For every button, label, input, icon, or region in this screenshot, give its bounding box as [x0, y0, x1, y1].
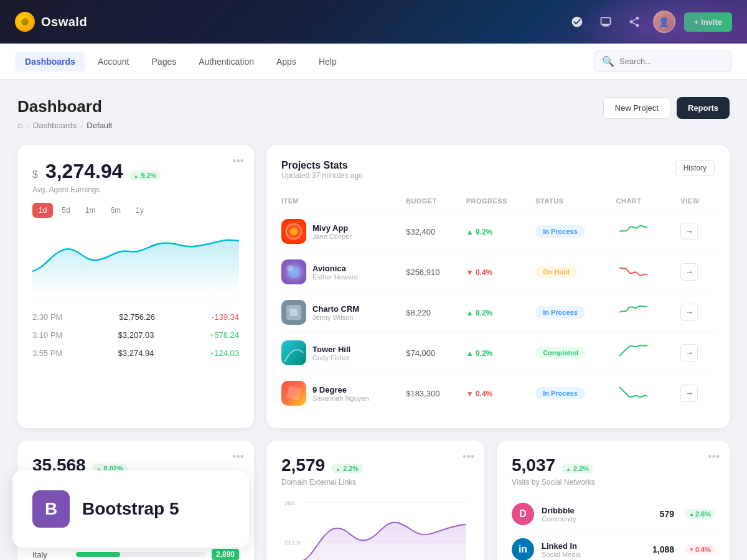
topbar: Oswald 👤 + Invite [0, 0, 747, 44]
project-item-cell: Tower Hill Cody Fisher [281, 333, 398, 373]
social-more-icon[interactable]: ••• [708, 450, 720, 464]
reports-button[interactable]: Reports [677, 97, 730, 119]
view-arrow-button[interactable]: → [680, 223, 698, 240]
svg-rect-8 [290, 309, 298, 316]
social-count: 579 [660, 509, 674, 519]
filter-1y[interactable]: 1y [129, 203, 150, 218]
social-row: in Linked In Social Media 1,088 ▼0.4% [512, 532, 715, 560]
bootstrap-watermark: B Bootstrap 5 [12, 470, 249, 548]
col-budget: BUDGET [398, 194, 459, 212]
projects-header: Projects Stats Updated 37 minutes ago Hi… [281, 160, 715, 190]
earnings-card: ••• $ 3,274.94 9.2% Avg. Agent Earnings … [17, 145, 254, 428]
new-project-button[interactable]: New Project [603, 97, 670, 119]
project-owner: Jenny Wilson [312, 314, 359, 321]
project-owner: Savannah Nguyen [312, 394, 369, 402]
social-amount-row: 5,037 2.2% [512, 455, 715, 475]
projects-stats-card: Projects Stats Updated 37 minutes ago Hi… [266, 145, 730, 428]
table-row: 9 Degree Savannah Nguyen $183,300 ▼ 0.4%… [281, 373, 715, 414]
project-name: Charto CRM [312, 304, 359, 314]
monitor-icon[interactable] [596, 12, 616, 32]
invite-button[interactable]: + Invite [684, 12, 732, 32]
project-chart-cell [609, 212, 674, 252]
project-name: Tower Hill [312, 345, 350, 354]
page-title-area: Dashboard ⌂ › Dashboards › Default [17, 97, 112, 130]
project-thumb [281, 340, 306, 365]
status-pill: In Process [535, 225, 585, 238]
social-type: Social Media [542, 551, 645, 558]
mask-icon[interactable] [567, 12, 587, 32]
social-platform-icon: in [512, 538, 534, 560]
project-name: Avionica [312, 264, 358, 273]
view-arrow-button[interactable]: → [680, 263, 698, 281]
view-arrow-button[interactable]: → [680, 344, 698, 362]
share-icon[interactable] [624, 12, 644, 32]
social-info: Dribbble Community [542, 506, 652, 523]
filter-1m[interactable]: 1m [79, 203, 102, 218]
domain-more-icon[interactable]: ••• [463, 450, 474, 464]
search-input[interactable] [619, 57, 724, 66]
filter-6m[interactable]: 6m [104, 203, 127, 218]
nav-items: Dashboards Account Pages Authentication … [15, 52, 347, 72]
time-filters: 1d 5d 1m 6m 1y [32, 203, 239, 218]
social-change-badge: ▲2.6% [685, 509, 715, 519]
project-progress: ▼ 0.4% [459, 373, 528, 414]
earnings-chart [32, 228, 239, 290]
topbar-icons: 👤 + Invite [567, 11, 732, 33]
nav-item-help[interactable]: Help [309, 52, 347, 72]
social-info: Linked In Social Media [542, 541, 645, 558]
svg-text:250: 250 [284, 500, 295, 506]
sessions-more-icon[interactable]: ••• [232, 450, 244, 464]
project-chart-cell [609, 252, 674, 292]
project-item-cell: 9 Degree Savannah Nguyen [281, 373, 398, 414]
nav-item-dashboards[interactable]: Dashboards [15, 52, 85, 72]
nav-item-authentication[interactable]: Authentication [189, 52, 264, 72]
view-arrow-button[interactable]: → [680, 304, 698, 321]
home-icon: ⌂ [17, 120, 22, 130]
nav-item-pages[interactable]: Pages [142, 52, 187, 72]
projects-subtitle: Updated 37 minutes ago [281, 171, 363, 180]
nav-item-apps[interactable]: Apps [266, 52, 306, 72]
header-actions: New Project Reports [603, 97, 730, 119]
filter-1d[interactable]: 1d [32, 203, 53, 218]
domain-chart: 250 212.5 [281, 497, 469, 560]
status-pill: In Process [535, 306, 585, 319]
nav-item-account[interactable]: Account [88, 52, 139, 72]
domain-amount-row: 2,579 2.2% [281, 455, 469, 475]
domain-amount: 2,579 [281, 455, 325, 475]
project-thumb [281, 381, 306, 406]
earnings-more-icon[interactable]: ••• [232, 155, 244, 168]
social-rows: D Dribbble Community 579 ▲2.6% in Linked… [512, 497, 715, 560]
project-view-cell[interactable]: → [673, 292, 715, 333]
social-row: D Dribbble Community 579 ▲2.6% [512, 497, 715, 532]
logo-icon [15, 12, 35, 32]
earnings-badge: 9.2% [129, 170, 161, 180]
project-budget: $74,000 [398, 333, 459, 373]
project-view-cell[interactable]: → [673, 252, 715, 292]
project-view-cell[interactable]: → [673, 333, 715, 373]
project-progress: ▲ 9.2% [459, 292, 528, 333]
project-mini-chart [616, 343, 666, 362]
project-progress: ▼ 0.4% [459, 252, 528, 292]
project-view-cell[interactable]: → [673, 373, 715, 414]
projects-title: Projects Stats [281, 160, 363, 171]
domain-card: ••• 2,579 2.2% Domain External Links [266, 441, 484, 560]
project-status: In Process [528, 373, 608, 414]
data-row-3: 3:55 PM $3,274.94 +124.03 [32, 344, 239, 362]
project-item-cell: Avionica Esther Howard [281, 252, 398, 292]
project-item-cell: Charto CRM Jenny Wilson [281, 292, 398, 333]
project-mini-chart [616, 384, 666, 403]
user-avatar[interactable]: 👤 [653, 11, 675, 33]
col-progress: PROGRESS [459, 194, 528, 212]
view-arrow-button[interactable]: → [680, 385, 698, 402]
logo-text: Oswald [41, 15, 87, 29]
social-count: 1,088 [652, 544, 674, 554]
breadcrumb-dashboards[interactable]: Dashboards [33, 121, 77, 130]
col-status: STATUS [528, 194, 608, 212]
project-view-cell[interactable]: → [673, 212, 715, 252]
search-icon: 🔍 [602, 55, 614, 67]
filter-5d[interactable]: 5d [55, 203, 76, 218]
currency-symbol: $ [32, 169, 38, 180]
history-button[interactable]: History [675, 160, 715, 176]
breadcrumb: ⌂ › Dashboards › Default [17, 120, 112, 130]
project-mini-chart [616, 263, 666, 281]
